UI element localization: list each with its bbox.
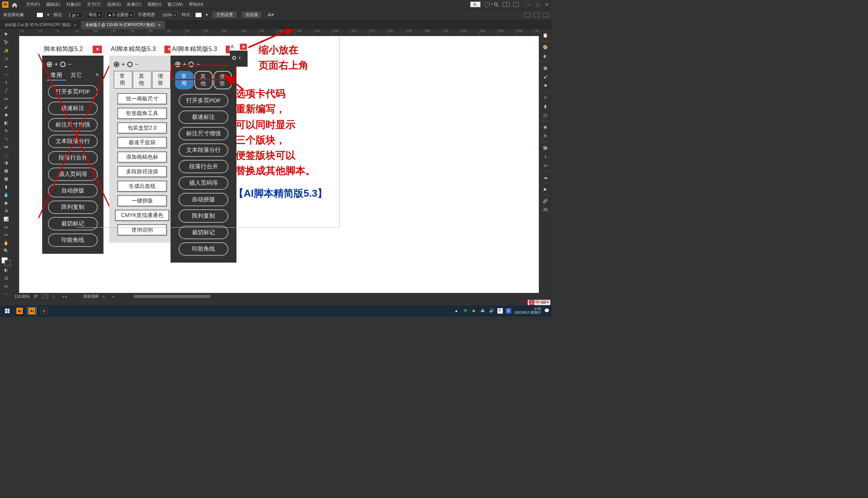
docked-mini-panel[interactable]: A. — [470, 2, 481, 7]
taskbar-clock[interactable]: 9:06 2023/8/13 星期日 — [514, 307, 541, 315]
radio-off[interactable] — [60, 62, 66, 67]
stroke-weight-field[interactable]: 1 pt — [67, 12, 83, 18]
script-button[interactable]: 阵列复制 — [48, 201, 98, 214]
selection-tool[interactable] — [1, 31, 11, 39]
lasso-tool[interactable]: ⊃ — [1, 55, 11, 63]
close-panel-button[interactable]: ✕ — [93, 46, 102, 53]
layers-panel-icon[interactable]: 📚 — [541, 144, 550, 151]
gradient-tool[interactable]: ▮ — [1, 183, 11, 191]
menu-view[interactable]: 视图(V) — [144, 2, 165, 7]
color-guide-icon[interactable]: ◐ — [541, 52, 550, 60]
script-button[interactable]: 标注尺寸增强 — [179, 127, 228, 140]
perspective-grid-tool[interactable]: ▦ — [1, 167, 11, 175]
menu-effect[interactable]: 效果(C) — [124, 2, 144, 7]
menu-help[interactable]: 帮助(H) — [186, 2, 206, 7]
eraser-tool[interactable]: ◧ — [1, 119, 11, 127]
tab-untitled-2-ai[interactable]: 未标题-2.ai @ 50 % (CMYK/CPU 预览)× — [0, 21, 81, 29]
hand-tool[interactable]: ✋ — [1, 239, 11, 247]
screen-mode-icon[interactable]: ▭ — [1, 282, 11, 290]
symbol-sprayer-tool[interactable]: ✲ — [1, 207, 11, 215]
scale-tool[interactable]: ⤡ — [1, 135, 11, 143]
fill-stroke-swatches[interactable] — [2, 257, 11, 266]
script-button[interactable]: 裁切标记 — [48, 217, 98, 230]
pen-tool[interactable]: ✒ — [1, 63, 11, 71]
menu-type[interactable]: 文字(T) — [84, 2, 104, 7]
script-button[interactable]: 印前角线 — [179, 242, 228, 256]
tab-untitled-2[interactable]: 未标题-2 @ 110.65 % (CMYK/CPU 预览)× — [81, 21, 165, 29]
fill-swatch[interactable] — [36, 12, 43, 18]
color-panel-icon[interactable]: 🎨 — [541, 43, 550, 51]
menu-file[interactable]: 文件(F) — [23, 2, 43, 7]
panel-menu-icon[interactable] — [543, 13, 549, 17]
script-button[interactable]: 自动拼版 — [48, 184, 98, 197]
script-button[interactable]: 统一画板尺寸 — [117, 93, 167, 105]
chevron-right-icon[interactable]: » — [95, 71, 99, 81]
close-tab-icon[interactable]: × — [158, 23, 161, 27]
radio-off[interactable] — [127, 62, 133, 67]
script-button[interactable]: 打开多页PDF — [179, 94, 228, 107]
radio-on[interactable] — [114, 62, 119, 67]
script-button[interactable]: 自动拼版 — [179, 193, 228, 206]
opacity-field[interactable]: 100% — [160, 12, 178, 18]
direct-selection-tool[interactable] — [1, 39, 11, 47]
script-button[interactable]: 矩形圆角工具 — [117, 108, 167, 119]
css-panel-icon[interactable]: JS — [541, 206, 550, 214]
slice-tool[interactable]: ✂ — [1, 231, 11, 239]
tray-ime-wu[interactable]: 五 — [506, 308, 511, 314]
brush-dropdown[interactable]: ● 5 点圆形 — [107, 11, 134, 18]
libraries-panel-icon[interactable]: ☁ — [541, 173, 550, 181]
tray-ime-zh[interactable]: 中 — [497, 308, 503, 314]
artboard-nav-icon[interactable] — [43, 294, 48, 298]
script-button[interactable]: 插入页码等 — [48, 168, 98, 181]
script-button[interactable]: 文本段落分行 — [179, 143, 228, 157]
gradient-panel-icon[interactable]: ▮ — [541, 102, 550, 110]
script-button[interactable]: 段落行合并 — [179, 160, 228, 173]
script-button[interactable]: 标注尺寸增强 — [48, 118, 98, 131]
type-tool[interactable]: T — [1, 79, 11, 87]
shaper-tool[interactable]: ◆ — [1, 111, 11, 119]
taskbar-app-s[interactable]: S — [39, 307, 49, 315]
tab-other[interactable]: 其他 — [133, 71, 151, 89]
align-icon[interactable]: ⁂▾ — [267, 12, 274, 17]
rotate-tool[interactable]: ↻ — [1, 127, 11, 135]
artboard-tool[interactable]: ▭ — [1, 223, 11, 231]
script-button[interactable]: 段落行合并 — [48, 151, 98, 164]
free-transform-tool[interactable]: ⬚ — [1, 151, 11, 159]
menu-object[interactable]: 对象(O) — [63, 2, 84, 7]
script-button[interactable]: 裁切标记 — [179, 226, 228, 239]
script-button[interactable]: 文本段落分行 — [48, 135, 98, 148]
paintbrush-tool[interactable]: 🖌 — [1, 103, 11, 111]
close-window-icon[interactable]: ✕ — [545, 2, 550, 7]
script-button[interactable]: 插入页码等 — [179, 176, 228, 190]
actions-panel-icon[interactable]: ▶ — [541, 185, 550, 193]
shape-builder-tool[interactable]: ◑ — [1, 159, 11, 167]
script-button[interactable]: 使用说明 — [117, 224, 167, 236]
properties-panel-icon[interactable]: 📋 — [541, 31, 550, 39]
style-swatch[interactable] — [195, 12, 202, 18]
color-mode-icon[interactable]: ◐ — [1, 266, 11, 274]
start-button[interactable] — [2, 307, 12, 315]
tab-other[interactable]: 其它 — [67, 71, 86, 81]
tray-app-icon[interactable]: ◆ — [472, 308, 477, 314]
minimize-icon[interactable]: — — [527, 2, 531, 7]
column-graph-tool[interactable]: 📊 — [1, 215, 11, 223]
search-icon[interactable] — [494, 2, 499, 7]
magic-wand-tool[interactable]: ✨ — [1, 47, 11, 55]
script-button[interactable]: 极速手提袋 — [117, 137, 167, 148]
zoom-tool[interactable]: 🔍 — [1, 247, 11, 255]
scrollbar-thumb[interactable] — [134, 295, 210, 298]
stroke-panel-icon[interactable]: ≡ — [541, 94, 550, 101]
menu-select[interactable]: 选择(S) — [104, 2, 124, 7]
tab-common[interactable]: 常用 — [47, 71, 66, 81]
script-button[interactable]: 一键拼版 — [117, 195, 167, 207]
tab-common[interactable]: 常用 — [114, 71, 132, 89]
asset-export-icon[interactable]: ⤓ — [541, 153, 550, 160]
script-button[interactable]: 生成出血线 — [117, 181, 167, 192]
line-tool[interactable]: ╱ — [1, 87, 11, 95]
graphic-styles-icon[interactable]: fx — [541, 132, 550, 140]
radio-on[interactable] — [47, 62, 52, 67]
script-button[interactable]: CMYK查找潘通色 — [115, 210, 169, 221]
arrange-docs-icon[interactable] — [503, 2, 510, 7]
script-button[interactable]: 印前角线 — [48, 233, 98, 247]
close-tab-icon[interactable]: × — [74, 23, 76, 27]
